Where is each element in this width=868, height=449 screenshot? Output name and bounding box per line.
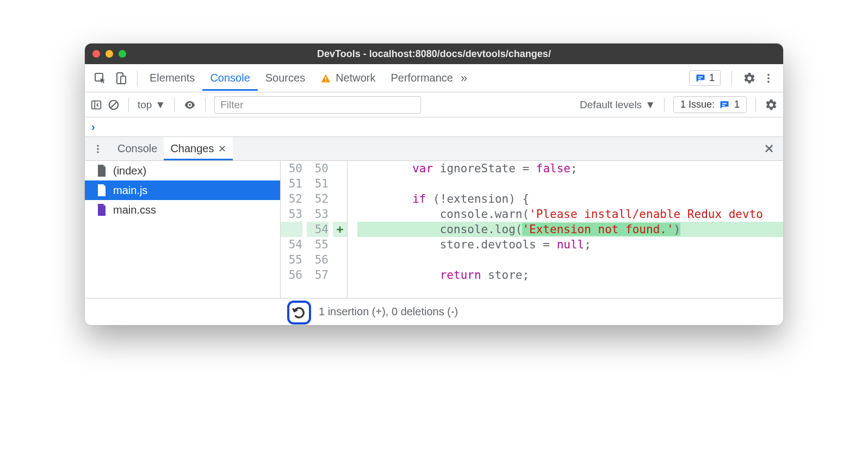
file-name: (index) — [113, 165, 146, 177]
tab-label: Elements — [150, 72, 195, 84]
diff-viewer[interactable]: 50515253545556 5051525354555657 + var ig… — [281, 161, 783, 298]
issues-count: 1 — [734, 99, 740, 110]
code-column: var ignoreState = false; if (!extension)… — [347, 161, 783, 298]
tab-elements[interactable]: Elements — [142, 65, 202, 91]
changes-summary: 1 insertion (+), 0 deletions (-) — [319, 305, 458, 318]
titlebar: DevTools - localhost:8080/docs/devtools/… — [85, 43, 783, 64]
script-file-icon — [97, 184, 107, 196]
svg-point-9 — [767, 80, 770, 83]
document-icon — [97, 165, 107, 177]
svg-line-12 — [111, 102, 117, 108]
svg-rect-5 — [698, 76, 703, 77]
svg-rect-2 — [121, 76, 126, 84]
log-levels-selector[interactable]: Default levels ▼ — [580, 99, 655, 111]
kebab-menu-icon[interactable] — [762, 72, 774, 84]
svg-point-7 — [767, 73, 770, 76]
context-selector[interactable]: top ▼ — [138, 99, 165, 111]
file-row-mainjs[interactable]: main.js — [85, 180, 280, 200]
svg-rect-14 — [722, 103, 727, 104]
tab-label: Sources — [265, 72, 305, 84]
main-tab-bar: Elements Console Sources Network Perform… — [85, 64, 783, 92]
window-zoom-button[interactable] — [119, 50, 126, 58]
file-name: main.js — [113, 184, 147, 197]
drawer-close-icon[interactable]: ✕ — [755, 141, 783, 157]
svg-rect-4 — [325, 80, 326, 82]
issues-count: 1 — [709, 72, 715, 84]
filter-placeholder: Filter — [220, 99, 243, 111]
chevron-down-icon: ▼ — [155, 99, 165, 111]
changes-status-bar: 1 insertion (+), 0 deletions (-) — [85, 298, 783, 325]
tab-console[interactable]: Console — [202, 65, 257, 91]
drawer-tab-changes[interactable]: Changes ✕ — [164, 137, 233, 160]
tab-sources[interactable]: Sources — [258, 65, 313, 91]
warning-icon — [320, 73, 331, 84]
chevron-down-icon: ▼ — [645, 99, 655, 111]
svg-rect-3 — [325, 77, 326, 79]
window-minimize-button[interactable] — [106, 50, 113, 58]
inspect-element-icon[interactable] — [94, 72, 107, 85]
revert-changes-button[interactable] — [287, 301, 311, 325]
close-tab-icon[interactable]: ✕ — [218, 143, 226, 155]
tab-label: Performance — [391, 72, 454, 84]
svg-rect-15 — [722, 105, 725, 106]
window-title: DevTools - localhost:8080/docs/devtools/… — [85, 48, 783, 60]
divider — [137, 71, 138, 86]
message-icon — [695, 73, 706, 84]
filter-input[interactable]: Filter — [214, 96, 421, 114]
svg-point-8 — [767, 77, 770, 79]
file-name: main.css — [113, 204, 156, 216]
console-settings-icon[interactable] — [765, 98, 778, 111]
divider — [174, 98, 175, 112]
drawer-tab-bar: Console Changes ✕ ✕ — [85, 137, 783, 161]
new-line-numbers: 5051525354555657 — [307, 161, 333, 298]
svg-point-17 — [97, 148, 98, 149]
issues-label: 1 Issue: — [680, 99, 715, 110]
window-close-button[interactable] — [92, 50, 100, 58]
console-toolbar: top ▼ Filter Default levels ▼ 1 Issue: 1 — [85, 92, 783, 117]
svg-rect-6 — [698, 78, 701, 79]
svg-point-18 — [97, 151, 98, 153]
context-label: top — [138, 99, 152, 111]
divider — [128, 98, 129, 112]
tab-performance[interactable]: Performance — [383, 65, 461, 91]
more-tabs-button[interactable]: » — [461, 71, 467, 85]
devtools-window: DevTools - localhost:8080/docs/devtools/… — [85, 43, 783, 325]
drawer-tab-console[interactable]: Console — [111, 137, 164, 160]
traffic-lights — [92, 50, 126, 58]
clear-console-icon[interactable] — [108, 99, 120, 111]
stylesheet-file-icon — [97, 204, 107, 216]
changes-panel: (index) main.js main.css 50515253545556 … — [85, 161, 783, 298]
console-sidebar-toggle-icon[interactable] — [90, 99, 102, 111]
divider — [731, 71, 732, 86]
tab-network[interactable]: Network — [313, 65, 383, 91]
file-row-index[interactable]: (index) — [85, 161, 280, 180]
svg-point-16 — [97, 145, 98, 146]
device-toolbar-icon[interactable] — [114, 72, 127, 85]
issues-link[interactable]: 1 Issue: 1 — [673, 96, 747, 113]
message-icon — [719, 99, 730, 110]
settings-icon[interactable] — [743, 72, 756, 85]
levels-label: Default levels — [580, 99, 642, 111]
divider — [205, 98, 206, 112]
tab-label: Console — [210, 72, 250, 84]
live-expression-icon[interactable] — [183, 98, 196, 111]
old-line-numbers: 50515253545556 — [281, 161, 307, 298]
issues-counter[interactable]: 1 — [689, 70, 721, 86]
drawer-menu-icon[interactable] — [85, 144, 111, 154]
changed-files-tree: (index) main.js main.css — [85, 161, 281, 298]
divider — [755, 98, 756, 112]
tab-label: Console — [117, 142, 157, 155]
tab-label: Network — [336, 72, 375, 84]
file-row-maincss[interactable]: main.css — [85, 200, 280, 220]
console-prompt[interactable]: › — [85, 117, 783, 137]
diff-markers: + — [333, 161, 347, 298]
divider — [664, 98, 665, 112]
svg-point-13 — [189, 104, 191, 106]
tab-label: Changes — [170, 142, 214, 155]
svg-rect-10 — [92, 101, 101, 109]
